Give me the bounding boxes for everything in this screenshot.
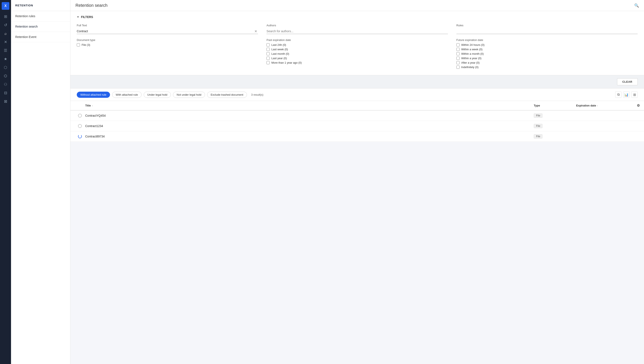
list-item[interactable]: Within 24 hours (0) [456, 43, 638, 47]
exclude-trashed-tag[interactable]: Exclude trashed document [207, 92, 247, 98]
future-expiration-filter: Future expiration date Within 24 hours (… [456, 38, 638, 69]
type-column-header: Type [534, 104, 576, 107]
filters-label: FILTERS [81, 15, 93, 19]
type-badge: File [534, 114, 542, 118]
last-week-checkbox[interactable] [266, 48, 270, 51]
within-week-checkbox[interactable] [456, 48, 460, 51]
past-expiration-filter: Past expiration date Last 24h (0) Last w… [266, 38, 448, 69]
table-row[interactable]: Contract89734 File [70, 131, 644, 142]
title-column-header: Title ↑ [85, 104, 534, 107]
row-type: File [534, 114, 576, 118]
row-select-radio[interactable] [78, 124, 82, 128]
sidebar-item-retention-search[interactable]: Retention search [11, 22, 70, 32]
id-card-icon[interactable]: ⊟ [2, 89, 9, 97]
sidebar-item-retention-event[interactable]: Retention Event [11, 32, 70, 42]
authors-input[interactable] [266, 29, 448, 34]
list-item[interactable]: Indefinitely (0) [456, 66, 638, 69]
last-month-checkbox[interactable] [266, 52, 270, 55]
with-attached-rule-tag[interactable]: With attached rule [112, 92, 142, 98]
star-icon[interactable]: ★ [2, 55, 9, 63]
full-text-input[interactable] [77, 29, 258, 34]
org-chart-icon[interactable]: ⊞ [2, 13, 9, 20]
search-nav-icon[interactable]: ⌕ [2, 30, 9, 37]
row-loading-radio[interactable] [78, 135, 82, 138]
type-badge: File [534, 124, 542, 128]
without-attached-rule-tag[interactable]: Without attached rule [77, 92, 110, 98]
column-settings-icon[interactable]: ⚙ [637, 104, 640, 108]
trash-icon[interactable]: ⊠ [2, 98, 9, 105]
filters-section: ▼ FILTERS Full Text ✕ Authors [70, 11, 644, 75]
page-title: Retention search [76, 3, 108, 8]
row-radio-cell [74, 135, 85, 138]
list-item[interactable]: Last 24h (0) [266, 43, 448, 47]
row-select-radio[interactable] [78, 114, 82, 118]
list-item[interactable]: Last month (0) [266, 52, 448, 55]
list-item[interactable]: After a year (0) [456, 61, 638, 64]
chevron-down-icon: ▼ [77, 16, 79, 19]
type-badge: File [534, 134, 542, 139]
list-item[interactable]: Within a year (0) [456, 57, 638, 60]
nav-header: RETENTION [11, 0, 70, 11]
not-under-legal-hold-tag[interactable]: Not under legal hold [173, 92, 205, 98]
clear-button[interactable]: CLEAR [617, 78, 638, 85]
future-expiration-options: Within 24 hours (0) Within a week (0) Wi… [456, 43, 638, 69]
clear-full-text-icon[interactable]: ✕ [254, 30, 257, 33]
row-type: File [534, 134, 576, 139]
sidebar-item-retention-rules[interactable]: Retention rules [11, 11, 70, 22]
document-type-options: File (3) [77, 43, 258, 47]
results-bar: Without attached rule With attached rule… [70, 89, 644, 101]
within-year-checkbox[interactable] [456, 57, 460, 60]
analytics-icon[interactable]: ⌬ [2, 72, 9, 80]
top-search-icon[interactable]: 🔍 [634, 3, 639, 8]
document-icon[interactable]: ☰ [2, 47, 9, 54]
list-item[interactable]: File (3) [77, 43, 258, 47]
future-expiration-label: Future expiration date [456, 38, 638, 42]
x-mark-icon[interactable]: ✕ [2, 38, 9, 46]
after-year-checkbox[interactable] [456, 61, 460, 64]
list-item[interactable]: Last week (0) [266, 48, 448, 51]
list-item[interactable]: Within a week (0) [456, 48, 638, 51]
filters-grid: Full Text ✕ Authors Rules [77, 24, 638, 69]
settings-cell: ⚙ [629, 104, 640, 108]
authors-filter: Authors [266, 24, 448, 34]
view-icons: ⧉ 📊 ⊞ [615, 91, 638, 98]
grid-view-icon[interactable]: ⊞ [631, 91, 638, 98]
rules-label: Rules [456, 24, 638, 27]
package-icon[interactable]: ⬡ [2, 64, 9, 71]
full-text-input-wrapper: ✕ [77, 29, 258, 34]
rules-filter: Rules [456, 24, 638, 34]
row-radio-cell [74, 114, 85, 118]
authors-label: Authors [266, 24, 448, 27]
filters-toggle[interactable]: ▼ FILTERS [77, 15, 638, 19]
indefinitely-checkbox[interactable] [456, 66, 460, 69]
row-title: Contract1234 [85, 124, 534, 128]
sidebar-icon-panel: X ⊞ ↺ ⌕ ✕ ☰ ★ ⬡ ⌬ ⚇ ⊟ ⊠ [0, 0, 11, 364]
csv-export-icon[interactable]: 📊 [623, 91, 630, 98]
more-than-year-checkbox[interactable] [266, 61, 270, 64]
app-logo[interactable]: X [2, 2, 9, 10]
results-count: 3 result(s) [251, 93, 613, 96]
expiration-column-header: Expiration date ↑ [576, 104, 629, 107]
document-type-filter: Document type File (3) [77, 38, 258, 69]
last-24h-checkbox[interactable] [266, 43, 270, 47]
last-year-checkbox[interactable] [266, 57, 270, 60]
main-content: Retention search 🔍 ▼ FILTERS Full Text ✕ [70, 0, 644, 364]
full-text-filter: Full Text ✕ [77, 24, 258, 34]
past-expiration-options: Last 24h (0) Last week (0) Last month (0… [266, 43, 448, 64]
document-type-label: Document type [77, 38, 258, 42]
list-item[interactable]: Last year (0) [266, 57, 448, 60]
within-month-checkbox[interactable] [456, 52, 460, 55]
table-row[interactable]: Contract1234 File [70, 121, 644, 131]
user-icon[interactable]: ⚇ [2, 81, 9, 88]
list-item[interactable]: More than 1 year ago (0) [266, 61, 448, 64]
table-row[interactable]: ContractYQ454 File [70, 111, 644, 121]
under-legal-hold-tag[interactable]: Under legal hold [144, 92, 171, 98]
rules-input[interactable] [456, 29, 638, 34]
expiration-sort-icon[interactable]: ↑ [597, 104, 598, 107]
within-24h-checkbox[interactable] [456, 43, 460, 47]
title-sort-icon[interactable]: ↑ [92, 104, 93, 107]
list-item[interactable]: Within a month (0) [456, 52, 638, 55]
file-checkbox[interactable] [77, 43, 80, 47]
history-icon[interactable]: ↺ [2, 21, 9, 29]
copy-icon[interactable]: ⧉ [615, 91, 622, 98]
